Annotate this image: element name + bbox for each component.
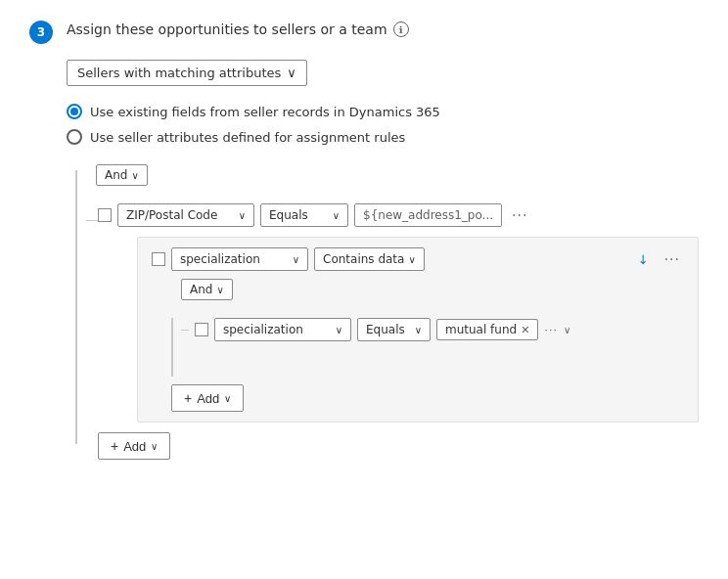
h-connector-1 (86, 220, 98, 221)
step-title-text: Assign these opportunities to sellers or… (67, 22, 387, 37)
more-options-icon-zip[interactable]: ··· (508, 205, 531, 225)
chevron-down-icon-op-zip: ∨ (333, 210, 340, 221)
step-content: Sellers with matching attributes ∨ Use e… (67, 60, 699, 460)
operator-dropdown-spec[interactable]: Contains data ∨ (314, 247, 425, 271)
dropdown-chevron-inner[interactable]: ∨ (564, 325, 570, 335)
chevron-down-icon-op-spec: ∨ (408, 254, 415, 265)
sub-group-container: specialization ∨ Contains data ∨ ↗ ··· (98, 237, 699, 423)
and-label: And (105, 168, 127, 182)
step-header: 3 Assign these opportunities to sellers … (29, 20, 699, 44)
more-options-icon-inner[interactable]: ··· (544, 324, 558, 336)
chevron-down-icon-spec: ∨ (293, 254, 299, 265)
radio-button-2[interactable] (67, 129, 82, 145)
conditions-area: And ∨ ZIP/Postal Code ∨ Equals ∨ (86, 164, 699, 460)
sub-and-badge-container: And ∨ (171, 279, 684, 310)
tag-close-icon[interactable]: ✕ (521, 324, 529, 336)
assignment-type-dropdown[interactable]: Sellers with matching attributes ∨ (67, 60, 307, 86)
add-chevron-icon-sub: ∨ (224, 393, 231, 404)
h-connector-inner (181, 330, 189, 331)
radio-label-1: Use existing fields from seller records … (90, 105, 440, 119)
field-label-spec: specialization (180, 252, 260, 266)
radio-item-2[interactable]: Use seller attributes defined for assign… (67, 129, 699, 145)
value-field-zip: ${new_address1_po... (354, 203, 502, 227)
sub-add-button[interactable]: + Add ∨ (171, 384, 244, 412)
operator-label-spec: Contains data (323, 252, 404, 266)
left-connector (67, 164, 86, 444)
sub-add-label: Add (197, 391, 219, 406)
main-add-button[interactable]: + Add ∨ (98, 432, 170, 460)
and-badge-container: And ∨ (86, 164, 699, 196)
vertical-line (75, 170, 77, 444)
dropdown-label: Sellers with matching attributes (77, 66, 281, 80)
plus-icon-sub: + (184, 390, 192, 406)
field-label-zip: ZIP/Postal Code (126, 208, 217, 222)
operator-label-zip: Equals (269, 208, 308, 222)
inner-condition-checkbox[interactable] (195, 323, 208, 336)
inner-condition-row: specialization ∨ Equals ∨ mutual fund (173, 318, 684, 341)
sub-condition-header-row: specialization ∨ Contains data ∨ ↗ ··· (152, 247, 684, 271)
inner-group-wrapper: specialization ∨ Equals ∨ mutual fund (171, 318, 684, 377)
and-chevron-icon: ∨ (131, 170, 138, 181)
operator-dropdown-inner[interactable]: Equals ∨ (357, 318, 431, 341)
operator-label-inner: Equals (366, 323, 405, 336)
chevron-down-icon-inner-spec: ∨ (336, 325, 342, 335)
field-dropdown-spec[interactable]: specialization ∨ (171, 247, 308, 271)
main-add-button-container: + Add ∨ (98, 432, 699, 460)
add-chevron-icon-main: ∨ (151, 441, 158, 452)
step-number: 3 (29, 21, 53, 44)
radio-item-1[interactable]: Use existing fields from seller records … (67, 104, 699, 119)
chevron-down-icon-zip: ∨ (239, 210, 246, 221)
chevron-down-icon: ∨ (287, 66, 296, 80)
sub-and-chevron-icon: ∨ (216, 285, 223, 295)
condition-checkbox-1[interactable] (98, 208, 112, 222)
condition-builder: And ∨ ZIP/Postal Code ∨ Equals ∨ (67, 164, 699, 460)
condition-row-1: ZIP/Postal Code ∨ Equals ∨ ${new_address… (86, 203, 699, 237)
sub-add-button-container: + Add ∨ (171, 384, 684, 412)
main-add-label: Add (123, 439, 146, 454)
sub-condition-group: specialization ∨ Contains data ∨ ↗ ··· (137, 237, 699, 423)
inner-group-content: specialization ∨ Equals ∨ mutual fund (173, 318, 684, 349)
operator-dropdown-zip[interactable]: Equals ∨ (260, 203, 348, 227)
sub-and-label: And (190, 283, 212, 296)
more-options-icon-spec[interactable]: ··· (660, 249, 684, 269)
radio-button-1[interactable] (67, 104, 82, 119)
condition-row-1-inner: ZIP/Postal Code ∨ Equals ∨ ${new_address… (98, 203, 531, 227)
radio-label-2: Use seller attributes defined for assign… (90, 130, 405, 145)
step-title: Assign these opportunities to sellers or… (67, 20, 409, 37)
sub-condition-checkbox[interactable] (152, 252, 165, 266)
sub-and-badge[interactable]: And ∨ (181, 279, 233, 300)
field-label-inner-spec: specialization (223, 323, 303, 336)
radio-group: Use existing fields from seller records … (67, 104, 699, 145)
chevron-down-icon-op-inner: ∨ (415, 325, 422, 335)
info-icon[interactable]: ℹ (393, 22, 409, 37)
collapse-icon[interactable]: ↗ (634, 250, 652, 268)
field-dropdown-zip[interactable]: ZIP/Postal Code ∨ (117, 203, 254, 227)
plus-icon-main: + (111, 438, 118, 454)
field-dropdown-inner-spec[interactable]: specialization ∨ (214, 318, 351, 341)
value-tag: mutual fund ✕ (436, 319, 538, 340)
and-badge[interactable]: And ∨ (96, 164, 148, 186)
value-tag-text: mutual fund (445, 323, 517, 336)
